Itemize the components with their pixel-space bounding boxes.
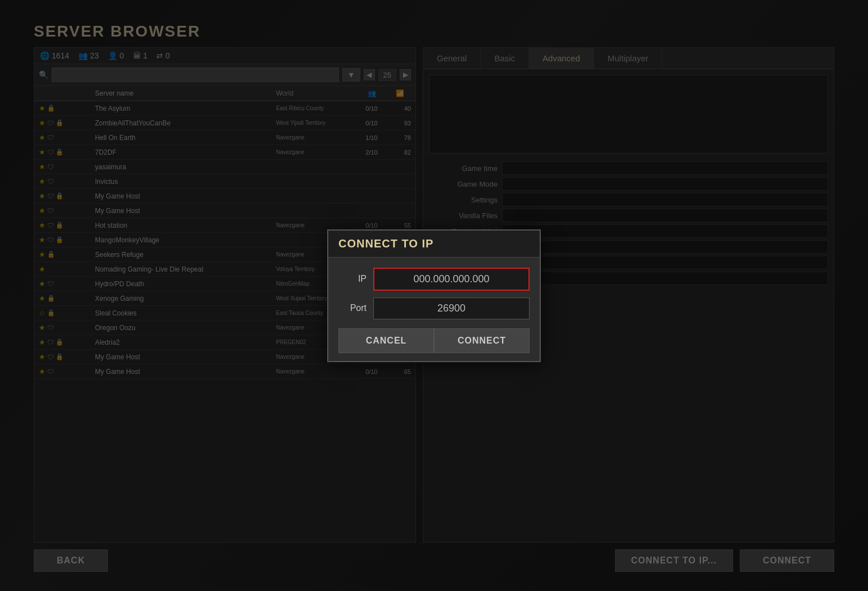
modal-port-input[interactable] bbox=[373, 297, 530, 319]
modal-body: IP Port CANCEL CONNECT bbox=[328, 258, 540, 361]
modal-ip-field: IP bbox=[338, 268, 530, 291]
connect-to-ip-modal: CONNECT TO IP IP Port CANCEL CONNECT bbox=[327, 229, 541, 362]
modal-port-field: Port bbox=[338, 297, 530, 319]
modal-overlay: CONNECT TO IP IP Port CANCEL CONNECT bbox=[0, 0, 868, 591]
modal-buttons: CANCEL CONNECT bbox=[338, 328, 530, 353]
modal-title: CONNECT TO IP bbox=[328, 231, 540, 258]
modal-cancel-button[interactable]: CANCEL bbox=[338, 328, 434, 353]
modal-port-label: Port bbox=[338, 303, 367, 313]
modal-connect-button[interactable]: CONNECT bbox=[434, 328, 530, 353]
modal-ip-input[interactable] bbox=[373, 268, 530, 291]
modal-ip-label: IP bbox=[338, 274, 367, 284]
